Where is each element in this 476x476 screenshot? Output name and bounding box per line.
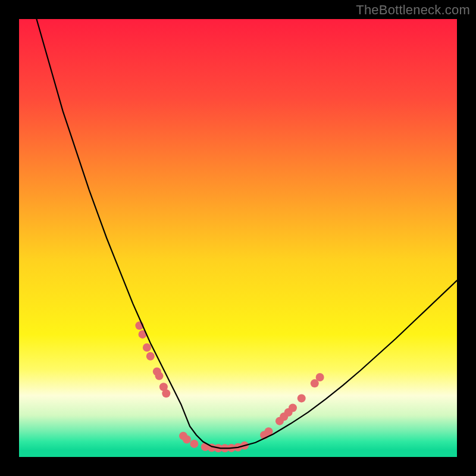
bottleneck-curve [36,19,457,448]
data-dot [146,352,155,361]
data-dot [143,343,151,352]
data-dot [316,373,324,381]
data-dot [190,440,198,448]
data-dot [155,372,164,380]
plot-area [19,19,457,457]
chart-frame: TheBottleneck.com [0,0,476,476]
data-dots-group [135,321,324,452]
data-dot [183,436,191,444]
chart-svg [19,19,457,457]
watermark-label: TheBottleneck.com [356,2,470,18]
data-dot [162,389,170,397]
data-dot [289,404,297,412]
data-dot [298,394,306,402]
